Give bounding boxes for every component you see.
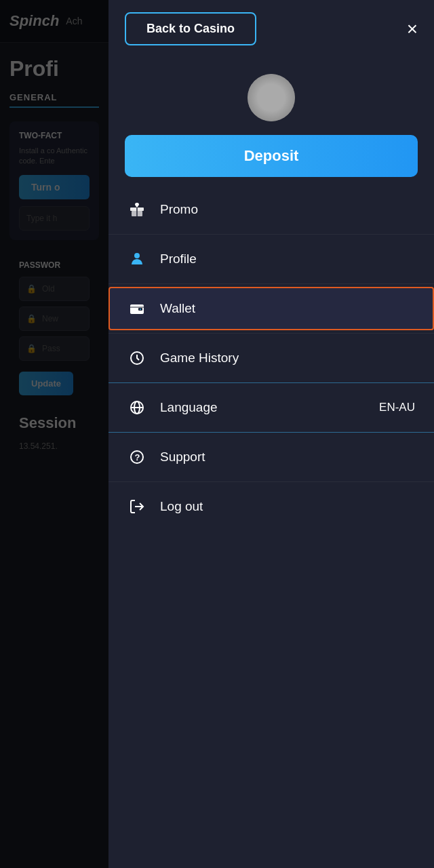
support-label: Support	[160, 450, 205, 465]
globe-icon	[127, 398, 146, 417]
close-menu-button[interactable]: ×	[407, 20, 418, 39]
person-icon	[127, 250, 146, 269]
menu-item-support[interactable]: ? Support	[108, 435, 434, 479]
logout-label: Log out	[160, 499, 203, 514]
menu-panel: Back to Casino × Deposit Promo	[108, 0, 434, 868]
divider-4	[108, 481, 434, 482]
section-divider-2	[108, 432, 434, 433]
svg-text:?: ?	[135, 452, 140, 462]
divider-3	[108, 333, 434, 334]
wallet-icon	[127, 299, 146, 318]
gift-icon	[127, 200, 146, 219]
divider-2	[108, 283, 434, 284]
svg-point-6	[140, 309, 141, 310]
menu-item-logout[interactable]: Log out	[108, 485, 434, 528]
wallet-label: Wallet	[160, 301, 195, 316]
help-icon: ?	[127, 448, 146, 467]
menu-items-list: Promo Profile	[108, 188, 434, 528]
promo-label: Promo	[160, 202, 198, 217]
menu-item-promo[interactable]: Promo	[108, 188, 434, 231]
language-label: Language	[160, 400, 218, 415]
logout-icon	[127, 497, 146, 516]
menu-top-bar: Back to Casino ×	[108, 0, 434, 58]
divider-1	[108, 234, 434, 235]
menu-item-profile[interactable]: Profile	[108, 237, 434, 281]
avatar-image	[248, 74, 295, 121]
deposit-button[interactable]: Deposit	[125, 135, 418, 177]
section-divider-1	[108, 382, 434, 383]
language-value: EN-AU	[379, 401, 415, 414]
menu-item-game-history[interactable]: Game History	[108, 336, 434, 380]
profile-label: Profile	[160, 252, 197, 267]
back-to-casino-button[interactable]: Back to Casino	[125, 12, 256, 45]
svg-point-3	[134, 253, 140, 258]
avatar-area	[108, 58, 434, 135]
avatar	[248, 74, 295, 121]
clock-icon	[127, 349, 146, 368]
game-history-label: Game History	[160, 351, 239, 366]
menu-item-wallet[interactable]: Wallet	[108, 287, 434, 330]
menu-item-language[interactable]: Language EN-AU	[108, 386, 434, 429]
